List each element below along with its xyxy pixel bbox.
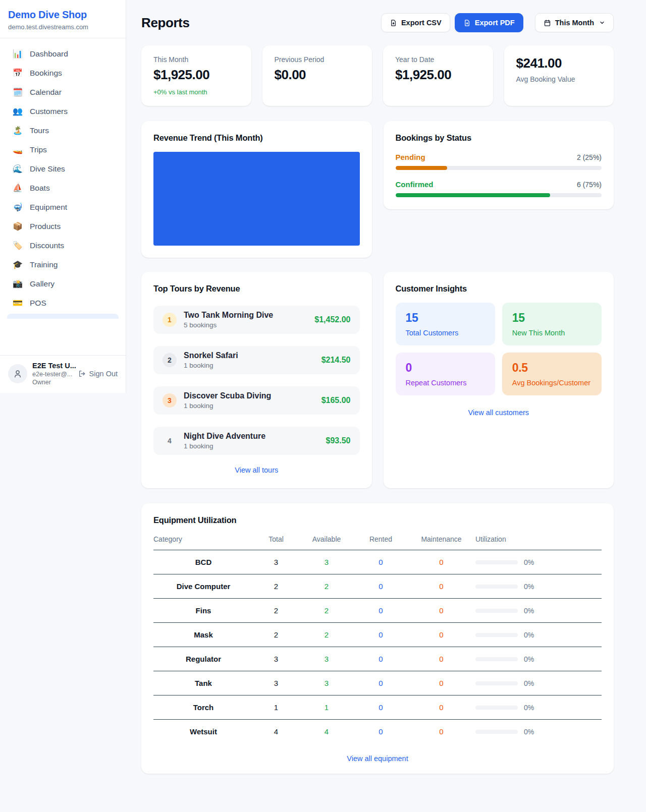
table-row: Regulator33000% — [153, 647, 602, 671]
rank-badge: 1 — [163, 313, 177, 327]
sidebar-item-dashboard[interactable]: 📊 Dashboard — [5, 44, 121, 64]
sign-out-label: Sign Out — [89, 370, 118, 378]
equipment-utilization-title: Equipment Utilization — [153, 515, 602, 525]
island-icon: 🏝️ — [12, 127, 23, 135]
table-row: Wetsuit44000% — [153, 720, 602, 744]
column-header: Maintenance — [407, 535, 475, 550]
stat-label: Previous Period — [275, 55, 360, 64]
table-row: Torch11000% — [153, 695, 602, 720]
user-role: Owner — [32, 379, 73, 386]
equipment-category: Regulator — [153, 647, 253, 671]
sidebar-item-dive-sites[interactable]: 🌊 Dive Sites — [5, 159, 121, 179]
equipment-total: 2 — [253, 623, 299, 647]
bookings-by-status-title: Bookings by Status — [396, 133, 602, 143]
chevron-down-icon — [599, 20, 605, 26]
export-csv-button[interactable]: Export CSV — [381, 13, 450, 32]
utilization-percent: 0% — [524, 631, 534, 639]
tour-row[interactable]: 4 Night Dive Adventure 1 booking $93.50 — [153, 427, 360, 455]
export-pdf-button[interactable]: Export PDF — [455, 13, 523, 32]
sidebar-item-equipment[interactable]: 🤿 Equipment — [5, 198, 121, 217]
sidebar-item-trips[interactable]: 🚤 Trips — [5, 140, 121, 159]
column-header: Total — [253, 535, 299, 550]
sidebar-item-pos[interactable]: 💳 POS — [5, 294, 121, 313]
insight-label: Repeat Customers — [406, 379, 485, 387]
status-label: Confirmed — [396, 180, 434, 189]
credit-card-icon: 💳 — [12, 299, 23, 307]
view-all-equipment-link[interactable]: View all equipment — [347, 755, 408, 763]
sign-out-button[interactable]: Sign Out — [78, 370, 118, 378]
customer-insights-title: Customer Insights — [396, 284, 602, 294]
stat-delta: +0% vs last month — [153, 88, 239, 96]
sidebar-item-active-partial[interactable] — [7, 314, 119, 319]
table-row: Mask22000% — [153, 623, 602, 647]
sidebar-item-tours[interactable]: 🏝️ Tours — [5, 121, 121, 140]
column-header: Available — [299, 535, 354, 550]
stat-value: $1,925.00 — [153, 67, 239, 83]
calendar-icon — [544, 19, 551, 27]
top-tours-card: Top Tours by Revenue 1 Two Tank Morning … — [141, 272, 372, 488]
utilization-bar — [475, 585, 518, 589]
utilization-percent: 0% — [524, 607, 534, 615]
rank-badge: 3 — [163, 393, 177, 408]
period-label: This Month — [555, 19, 594, 27]
equipment-category: BCD — [153, 550, 253, 574]
file-download-icon — [463, 19, 471, 27]
stat-value: $241.00 — [516, 55, 602, 71]
progress-fill — [396, 193, 550, 197]
customer-insights-card: Customer Insights 15 Total Customers 15 … — [384, 272, 614, 488]
stat-label: Avg Booking Value — [516, 75, 602, 83]
revenue-trend-title: Revenue Trend (This Month) — [153, 133, 360, 143]
equipment-maintenance: 0 — [407, 574, 475, 599]
equipment-category: Fins — [153, 599, 253, 623]
tour-bookings: 1 booking — [184, 362, 314, 369]
utilization-bar — [475, 657, 518, 661]
utilization-bar — [475, 730, 518, 734]
column-header: Rented — [354, 535, 407, 550]
equipment-maintenance: 0 — [407, 647, 475, 671]
equipment-available: 3 — [299, 550, 354, 574]
tour-amount: $93.50 — [326, 436, 351, 445]
sidebar-item-training[interactable]: 🎓 Training — [5, 255, 121, 274]
tour-name: Snorkel Safari — [184, 351, 314, 360]
utilization-percent: 0% — [524, 558, 534, 566]
status-value: 2 (25%) — [577, 153, 602, 161]
sidebar-header: Demo Dive Shop demo.test.divestreams.com — [0, 0, 126, 38]
insight-value: 0.5 — [512, 361, 591, 375]
equipment-category: Torch — [153, 695, 253, 720]
sidebar-item-customers[interactable]: 👥 Customers — [5, 102, 121, 121]
insight-label: Total Customers — [406, 329, 485, 337]
view-all-tours-link[interactable]: View all tours — [235, 466, 278, 474]
status-value: 6 (75%) — [577, 181, 602, 189]
sidebar-item-gallery[interactable]: 📸 Gallery — [5, 274, 121, 294]
sidebar-item-discounts[interactable]: 🏷️ Discounts — [5, 236, 121, 255]
tour-row[interactable]: 3 Discover Scuba Diving 1 booking $165.0… — [153, 386, 360, 415]
equipment-maintenance: 0 — [407, 720, 475, 744]
equipment-table-body: BCD33000%Dive Computer22000%Fins22000%Ma… — [153, 550, 602, 744]
sidebar-item-bookings[interactable]: 📅 Bookings — [5, 64, 121, 83]
sidebar-item-label: POS — [30, 299, 46, 308]
equipment-maintenance: 0 — [407, 671, 475, 695]
export-csv-label: Export CSV — [401, 19, 442, 27]
user-name: E2E Test U... — [32, 362, 73, 370]
sidebar-item-boats[interactable]: ⛵ Boats — [5, 179, 121, 198]
equipment-total: 3 — [253, 647, 299, 671]
insight-tile-new-this-month: 15 New This Month — [502, 303, 602, 345]
tour-bookings: 5 bookings — [184, 321, 307, 329]
charts-row: Revenue Trend (This Month) Bookings by S… — [141, 121, 614, 258]
equipment-rented: 0 — [354, 550, 407, 574]
view-all-customers-link[interactable]: View all customers — [468, 409, 529, 417]
sidebar-item-calendar[interactable]: 🗓️ Calendar — [5, 83, 121, 102]
equipment-maintenance: 0 — [407, 695, 475, 720]
tour-row[interactable]: 1 Two Tank Morning Dive 5 bookings $1,45… — [153, 306, 360, 334]
equipment-total: 3 — [253, 671, 299, 695]
price-tag-icon: 🏷️ — [12, 242, 23, 250]
column-header: Category — [153, 535, 253, 550]
page-header: Reports Export CSV Export PDF This Month — [141, 13, 614, 32]
period-dropdown[interactable]: This Month — [535, 13, 614, 32]
sidebar-item-products[interactable]: 📦 Products — [5, 217, 121, 236]
tour-row[interactable]: 2 Snorkel Safari 1 booking $214.50 — [153, 346, 360, 374]
sidebar: Demo Dive Shop demo.test.divestreams.com… — [0, 0, 126, 393]
equipment-category: Dive Computer — [153, 574, 253, 599]
sidebar-item-label: Calendar — [30, 88, 62, 97]
insight-value: 15 — [406, 311, 485, 325]
